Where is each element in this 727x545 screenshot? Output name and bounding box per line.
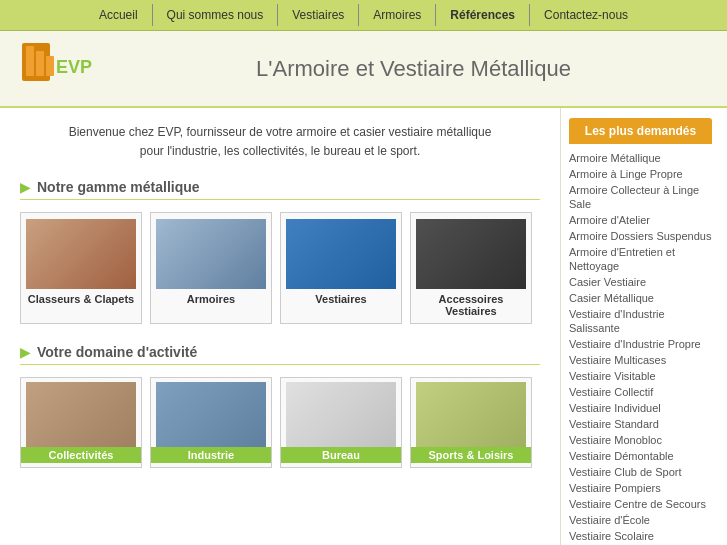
list-item: Vestiaire d'Industrie Propre [569,336,712,352]
svg-rect-2 [36,51,44,76]
sidebar-link[interactable]: Vestiaire d'Industrie Propre [569,338,701,350]
activity-label: Sports & Loisirs [411,447,531,463]
product-thumb [26,219,136,289]
activity-card-industrie[interactable]: Industrie [150,377,272,468]
product-label: Classeurs & Clapets [25,293,137,305]
activity-card-bureau[interactable]: Bureau [280,377,402,468]
list-item: Vestiaire Monobloc [569,432,712,448]
list-item: Armoire Dossiers Suspendus [569,228,712,244]
sidebar-link[interactable]: Armoire Dossiers Suspendus [569,230,711,242]
sidebar-link[interactable]: Vestiaire Standard [569,418,659,430]
top-navigation: AccueilQui sommes nousVestiairesArmoires… [0,0,727,31]
list-item: Casier Vestiaire [569,274,712,290]
product-thumb [156,219,266,289]
product-card-vestiaires[interactable]: Vestiaires [280,212,402,324]
sidebar-link[interactable]: Armoire Métallique [569,152,661,164]
list-item: Vestiaire Collectif [569,384,712,400]
activity-thumb [286,382,396,447]
list-item: Armoire Collecteur à Linge Sale [569,182,712,212]
list-item: Vestiaire Club de Sport [569,464,712,480]
sidebar-link[interactable]: Vestiaire d'Industrie Salissante [569,308,665,334]
main-layout: Bienvenue chez EVP, fournisseur de votre… [0,108,727,545]
product-thumb [416,219,526,289]
sidebar-link[interactable]: Vestiaire Individuel [569,402,661,414]
site-header: EVP L'Armoire et Vestiaire Métallique [0,31,727,108]
svg-rect-1 [26,46,34,76]
nav-item-vestiaires[interactable]: Vestiaires [278,4,359,26]
sidebar-link[interactable]: Vestiaire Démontable [569,450,674,462]
activity-label: Bureau [281,447,401,463]
products-grid: Classeurs & ClapetsArmoiresVestiairesAcc… [20,212,540,324]
intro-line1: Bienvenue chez EVP, fournisseur de votre… [69,125,492,139]
gamme-section-header: ▶ Notre gamme métallique [20,179,540,200]
sidebar-link[interactable]: Casier Métallique [569,292,654,304]
product-thumb [286,219,396,289]
list-item: Vestiaire Multicases [569,352,712,368]
activity-card-collectivités[interactable]: Collectivités [20,377,142,468]
activite-section-header: ▶ Votre domaine d'activité [20,344,540,365]
gamme-section-title: Notre gamme métallique [37,179,200,195]
content-area: Bienvenue chez EVP, fournisseur de votre… [0,108,560,545]
product-card-armoires[interactable]: Armoires [150,212,272,324]
list-item: Vestiaire Visitable [569,368,712,384]
svg-rect-3 [46,56,54,76]
sidebar-link[interactable]: Vestiaire Scolaire [569,530,654,542]
site-title: L'Armoire et Vestiaire Métallique [120,56,707,82]
gamme-arrow-icon: ▶ [20,179,31,195]
nav-item-contactez-nous[interactable]: Contactez-nous [530,4,642,26]
intro-text: Bienvenue chez EVP, fournisseur de votre… [20,123,540,161]
product-label: Vestiaires [285,293,397,305]
list-item: Vestiaire Scolaire [569,528,712,544]
activity-thumb [416,382,526,447]
activity-label: Industrie [151,447,271,463]
activite-arrow-icon: ▶ [20,344,31,360]
list-item: Vestiaire Standard [569,416,712,432]
nav-item-accueil[interactable]: Accueil [85,4,153,26]
sidebar-link[interactable]: Vestiaire Centre de Secours [569,498,706,510]
logo: EVP [20,41,100,96]
sidebar-link[interactable]: Vestiaire d'École [569,514,650,526]
nav-item-armoires[interactable]: Armoires [359,4,436,26]
list-item: Armoire d'Entretien et Nettoyage [569,244,712,274]
nav-item-qui-sommes-nous[interactable]: Qui sommes nous [153,4,279,26]
sidebar-link[interactable]: Vestiaire Collectif [569,386,653,398]
activity-label: Collectivités [21,447,141,463]
list-item: Vestiaire Pompiers [569,480,712,496]
list-item: Armoire d'Atelier [569,212,712,228]
sidebar-link[interactable]: Vestiaire Monobloc [569,434,662,446]
list-item: Vestiaire d'École [569,512,712,528]
sidebar-list: Armoire MétalliqueArmoire à Linge Propre… [569,150,712,545]
sidebar-link[interactable]: Casier Vestiaire [569,276,646,288]
product-label: Armoires [155,293,267,305]
list-item: Vestiaire Démontable [569,448,712,464]
activity-thumb [156,382,266,447]
product-label: Accessoires Vestiaires [415,293,527,317]
sidebar-link[interactable]: Armoire d'Entretien et Nettoyage [569,246,675,272]
sidebar-link[interactable]: Vestiaire Club de Sport [569,466,682,478]
list-item: Armoire Métallique [569,150,712,166]
product-card-accessoires_vestiaires[interactable]: Accessoires Vestiaires [410,212,532,324]
list-item: Vestiaire d'Industrie Salissante [569,306,712,336]
sidebar: Les plus demandés Armoire MétalliqueArmo… [560,108,720,545]
activite-section-title: Votre domaine d'activité [37,344,197,360]
activities-grid: CollectivitésIndustrieBureauSports & Loi… [20,377,540,468]
sidebar-link[interactable]: Vestiaire Multicases [569,354,666,366]
list-item: Vestiaire Individuel [569,400,712,416]
activity-card-sports_&_loisirs[interactable]: Sports & Loisirs [410,377,532,468]
sidebar-link[interactable]: Armoire Collecteur à Linge Sale [569,184,699,210]
list-item: Armoire à Linge Propre [569,166,712,182]
sidebar-link[interactable]: Vestiaire Visitable [569,370,656,382]
list-item: Casier Métallique [569,290,712,306]
activity-thumb [26,382,136,447]
list-item: Vestiaire Centre de Secours [569,496,712,512]
svg-text:EVP: EVP [56,57,92,77]
sidebar-link[interactable]: Vestiaire Pompiers [569,482,661,494]
sidebar-link[interactable]: Armoire d'Atelier [569,214,650,226]
sidebar-link[interactable]: Armoire à Linge Propre [569,168,683,180]
product-card-classeurs_&_clapets[interactable]: Classeurs & Clapets [20,212,142,324]
nav-item-références[interactable]: Références [436,4,530,26]
intro-line2: pour l'industrie, les collectivités, le … [140,144,420,158]
sidebar-header: Les plus demandés [569,118,712,144]
